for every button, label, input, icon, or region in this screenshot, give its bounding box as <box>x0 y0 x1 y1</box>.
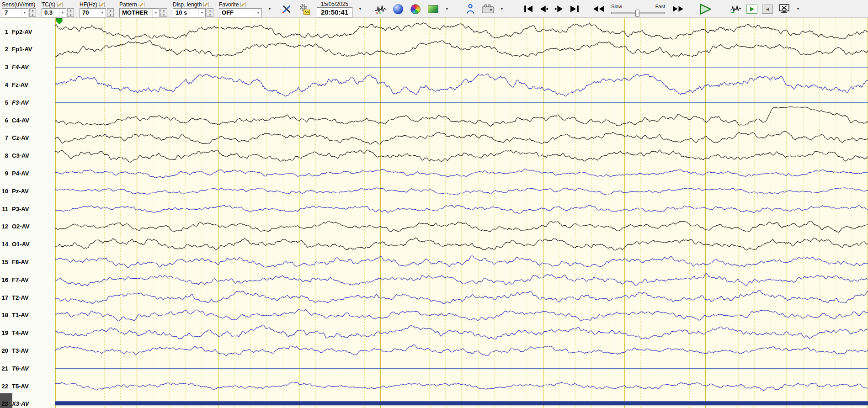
trace-viewport[interactable] <box>55 18 868 408</box>
color-topography-button[interactable] <box>409 2 422 16</box>
chevron-down-icon: ▼ <box>446 7 449 11</box>
chevron-down-icon: ▼ <box>255 9 261 17</box>
more-dropdown-button[interactable]: ▼ <box>795 5 801 14</box>
channel-row[interactable]: 18T1-AV <box>0 311 55 320</box>
speed-badge: 60 <box>304 10 309 14</box>
speed-settings-button[interactable]: 60 <box>298 2 310 16</box>
play-button[interactable] <box>698 2 713 16</box>
review-waveform-button[interactable] <box>729 2 742 16</box>
channel-row[interactable]: 7Cz-AV <box>0 133 55 143</box>
channel-label: F3-AV <box>12 99 29 106</box>
favorite-combobox[interactable]: OFF▼ <box>219 8 262 17</box>
hf-combobox[interactable]: 70▼ <box>80 8 106 17</box>
edit-pencil-icon[interactable] <box>203 2 209 7</box>
channel-row[interactable]: 10Pz-AV <box>0 186 55 196</box>
channel-label: C3-AV <box>12 152 29 159</box>
channel-row[interactable]: 5F3-AV <box>0 98 55 107</box>
jump-end-button[interactable] <box>568 2 581 16</box>
back-button[interactable]: ◀ <box>762 5 773 14</box>
channel-number: 11 <box>0 206 12 212</box>
spinner-down-icon: ▼ <box>207 13 213 17</box>
channel-label: Pz-AV <box>12 188 29 195</box>
channel-row[interactable]: 22T5-AV <box>0 382 55 391</box>
channel-row[interactable]: 8C3-AV <box>0 151 55 160</box>
channel-label: T6-AV <box>12 365 29 372</box>
patient-info-button[interactable] <box>464 2 477 16</box>
spinner-down-icon: ▼ <box>67 13 74 17</box>
jump-start-button[interactable] <box>522 2 534 16</box>
tc-spinner[interactable]: ▲▼ <box>67 8 74 17</box>
pattern-spinner[interactable]: ▲▼ <box>160 8 167 17</box>
spinner-down-icon: ▼ <box>29 13 36 17</box>
brain-map-button[interactable] <box>392 2 405 16</box>
spinner-down-icon: ▼ <box>160 13 167 17</box>
skip-end-icon <box>570 5 580 13</box>
video-dropdown-button[interactable]: ▼ <box>499 5 505 14</box>
channel-row[interactable]: 16F7-AV <box>0 275 55 284</box>
channel-row[interactable]: 3F4-AV <box>0 63 55 72</box>
channel-row[interactable]: 1Fp2-AV <box>0 27 55 36</box>
channel-row[interactable]: 19T4-AV <box>0 329 55 338</box>
channel-number: 16 <box>0 276 12 283</box>
channel-row[interactable]: 23X3-AV <box>0 399 55 408</box>
channel-row[interactable]: 15F8-AV <box>0 257 55 266</box>
rewind-button[interactable] <box>592 2 605 16</box>
datetime-dropdown-button[interactable]: ▼ <box>357 5 363 14</box>
close-monitor-button[interactable] <box>777 2 790 16</box>
channel-row[interactable]: 4Fz-AV <box>0 80 55 89</box>
channel-row[interactable]: 6C4-AV <box>0 116 55 125</box>
edit-pencil-icon[interactable] <box>99 2 105 7</box>
sens-spinner[interactable]: ▲▼ <box>29 8 36 17</box>
hf-spinner[interactable]: ▲▼ <box>107 8 114 17</box>
hf-value: 70 <box>82 9 89 16</box>
channel-row[interactable]: 9P4-AV <box>0 169 55 178</box>
fast-forward-button[interactable] <box>671 2 684 16</box>
pattern-label: Pattern <box>119 1 137 8</box>
annotation-tools-button[interactable] <box>280 2 293 16</box>
rainbow-map-icon <box>410 4 421 14</box>
favorite-dropdown-button[interactable]: ▼ <box>266 5 273 14</box>
channel-row[interactable]: 11P3-AV <box>0 204 55 213</box>
channel-label: Cz-AV <box>12 134 29 141</box>
gear-icon: 60 <box>298 3 310 15</box>
step-forward-button[interactable] <box>553 2 565 16</box>
green-map-button[interactable] <box>426 2 439 16</box>
channel-number: 1 <box>0 28 12 35</box>
channel-row[interactable]: 2Fp1-AV <box>0 45 55 54</box>
channel-row[interactable]: 21T6-AV <box>0 364 55 373</box>
disp-combobox[interactable]: 10 s▼ <box>173 8 206 17</box>
play-icon <box>698 3 713 15</box>
waveform-display-button[interactable] <box>374 2 387 16</box>
channel-row[interactable]: 20T3-AV <box>0 346 55 355</box>
edit-pencil-icon[interactable] <box>240 2 246 7</box>
channel-row[interactable]: 17T2-AV <box>0 293 55 302</box>
channel-row[interactable]: 14O1-AV <box>0 240 55 249</box>
favorite-label: Favorite <box>219 1 239 8</box>
speed-slider-thumb[interactable] <box>635 10 639 17</box>
disp-spinner[interactable]: ▲▼ <box>207 8 213 17</box>
mini-play-button[interactable] <box>746 5 757 14</box>
step-back-button[interactable] <box>537 2 550 16</box>
speed-slider[interactable] <box>611 12 665 14</box>
edit-pencil-icon[interactable] <box>139 2 144 7</box>
video-button[interactable] <box>481 2 494 16</box>
tc-combobox[interactable]: 0.3▼ <box>42 8 66 17</box>
disp-group: Disp. length10 s▼▲▼ <box>173 1 213 17</box>
map-dropdown-button[interactable]: ▼ <box>444 5 450 14</box>
tc-label: TC(s) <box>42 1 55 8</box>
sens-combobox[interactable]: 7▼ <box>2 8 28 17</box>
waveform-icon <box>375 5 387 14</box>
toolbar: Sens(uV/mm)7▼▲▼TC(s)0.3▼▲▼HF(Hz)70▼▲▼Pat… <box>0 0 868 18</box>
edit-pencil-icon[interactable] <box>57 2 63 7</box>
slow-label: Slow <box>611 4 622 10</box>
pattern-combobox[interactable]: MOTHER▼ <box>119 8 160 17</box>
eeg-trace-canvas[interactable] <box>55 18 868 408</box>
mini-waveform-icon <box>730 5 741 13</box>
channel-number: 5 <box>0 99 12 106</box>
channel-label: T5-AV <box>12 383 29 390</box>
mini-play-icon <box>749 6 755 12</box>
pattern-value: MOTHER <box>122 9 148 16</box>
channel-row[interactable]: 12O2-AV <box>0 222 55 231</box>
fast-forward-icon <box>672 5 684 12</box>
step-forward-icon <box>554 5 564 13</box>
